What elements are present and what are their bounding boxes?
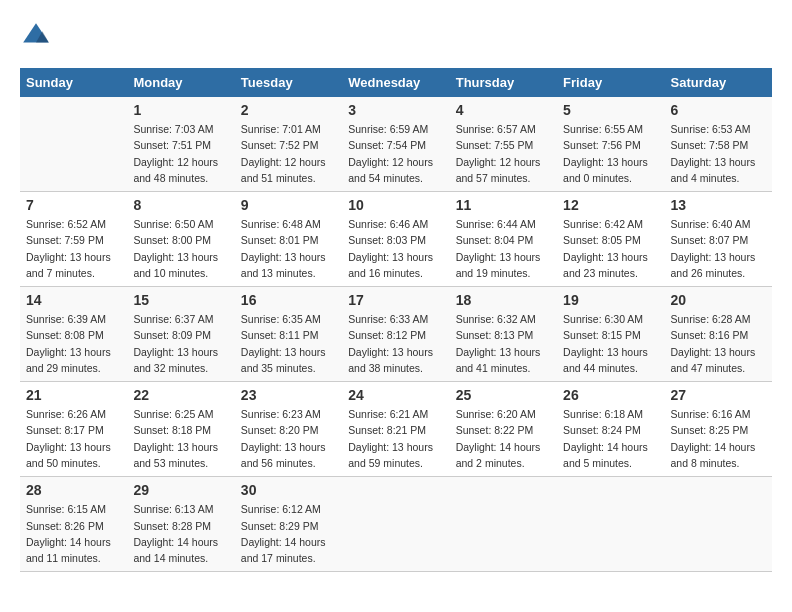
day-number: 3 (348, 102, 443, 118)
day-detail: Sunrise: 6:20 AMSunset: 8:22 PMDaylight:… (456, 406, 551, 471)
day-cell: 8 Sunrise: 6:50 AMSunset: 8:00 PMDayligh… (127, 192, 234, 287)
day-cell: 17 Sunrise: 6:33 AMSunset: 8:12 PMDaylig… (342, 287, 449, 382)
day-detail: Sunrise: 6:42 AMSunset: 8:05 PMDaylight:… (563, 216, 658, 281)
page-header (20, 20, 772, 52)
day-number: 6 (671, 102, 766, 118)
day-cell: 28 Sunrise: 6:15 AMSunset: 8:26 PMDaylig… (20, 477, 127, 572)
day-number: 28 (26, 482, 121, 498)
day-cell: 23 Sunrise: 6:23 AMSunset: 8:20 PMDaylig… (235, 382, 342, 477)
header-wednesday: Wednesday (342, 68, 449, 97)
calendar-table: SundayMondayTuesdayWednesdayThursdayFrid… (20, 68, 772, 572)
day-cell: 15 Sunrise: 6:37 AMSunset: 8:09 PMDaylig… (127, 287, 234, 382)
day-detail: Sunrise: 6:21 AMSunset: 8:21 PMDaylight:… (348, 406, 443, 471)
day-number: 12 (563, 197, 658, 213)
logo-icon (20, 20, 52, 52)
day-cell: 3 Sunrise: 6:59 AMSunset: 7:54 PMDayligh… (342, 97, 449, 192)
day-cell: 27 Sunrise: 6:16 AMSunset: 8:25 PMDaylig… (665, 382, 772, 477)
day-number: 13 (671, 197, 766, 213)
day-cell: 11 Sunrise: 6:44 AMSunset: 8:04 PMDaylig… (450, 192, 557, 287)
day-cell: 5 Sunrise: 6:55 AMSunset: 7:56 PMDayligh… (557, 97, 664, 192)
day-cell (342, 477, 449, 572)
header-tuesday: Tuesday (235, 68, 342, 97)
day-number: 8 (133, 197, 228, 213)
day-number: 2 (241, 102, 336, 118)
week-row-1: 1 Sunrise: 7:03 AMSunset: 7:51 PMDayligh… (20, 97, 772, 192)
day-cell: 9 Sunrise: 6:48 AMSunset: 8:01 PMDayligh… (235, 192, 342, 287)
day-detail: Sunrise: 6:53 AMSunset: 7:58 PMDaylight:… (671, 121, 766, 186)
day-number: 9 (241, 197, 336, 213)
day-detail: Sunrise: 6:33 AMSunset: 8:12 PMDaylight:… (348, 311, 443, 376)
day-cell (450, 477, 557, 572)
day-cell: 20 Sunrise: 6:28 AMSunset: 8:16 PMDaylig… (665, 287, 772, 382)
day-detail: Sunrise: 6:30 AMSunset: 8:15 PMDaylight:… (563, 311, 658, 376)
day-number: 30 (241, 482, 336, 498)
day-number: 25 (456, 387, 551, 403)
day-cell (20, 97, 127, 192)
day-detail: Sunrise: 6:50 AMSunset: 8:00 PMDaylight:… (133, 216, 228, 281)
day-number: 1 (133, 102, 228, 118)
header-monday: Monday (127, 68, 234, 97)
day-number: 11 (456, 197, 551, 213)
day-detail: Sunrise: 6:13 AMSunset: 8:28 PMDaylight:… (133, 501, 228, 566)
day-detail: Sunrise: 6:18 AMSunset: 8:24 PMDaylight:… (563, 406, 658, 471)
day-number: 10 (348, 197, 443, 213)
day-number: 7 (26, 197, 121, 213)
logo (20, 20, 56, 52)
day-detail: Sunrise: 6:59 AMSunset: 7:54 PMDaylight:… (348, 121, 443, 186)
day-cell: 6 Sunrise: 6:53 AMSunset: 7:58 PMDayligh… (665, 97, 772, 192)
day-cell: 12 Sunrise: 6:42 AMSunset: 8:05 PMDaylig… (557, 192, 664, 287)
day-cell: 18 Sunrise: 6:32 AMSunset: 8:13 PMDaylig… (450, 287, 557, 382)
day-cell: 16 Sunrise: 6:35 AMSunset: 8:11 PMDaylig… (235, 287, 342, 382)
day-cell: 10 Sunrise: 6:46 AMSunset: 8:03 PMDaylig… (342, 192, 449, 287)
day-detail: Sunrise: 7:01 AMSunset: 7:52 PMDaylight:… (241, 121, 336, 186)
day-number: 22 (133, 387, 228, 403)
day-detail: Sunrise: 6:16 AMSunset: 8:25 PMDaylight:… (671, 406, 766, 471)
header-thursday: Thursday (450, 68, 557, 97)
day-number: 24 (348, 387, 443, 403)
day-number: 15 (133, 292, 228, 308)
day-cell: 4 Sunrise: 6:57 AMSunset: 7:55 PMDayligh… (450, 97, 557, 192)
day-detail: Sunrise: 6:12 AMSunset: 8:29 PMDaylight:… (241, 501, 336, 566)
day-detail: Sunrise: 7:03 AMSunset: 7:51 PMDaylight:… (133, 121, 228, 186)
day-detail: Sunrise: 6:55 AMSunset: 7:56 PMDaylight:… (563, 121, 658, 186)
day-cell: 7 Sunrise: 6:52 AMSunset: 7:59 PMDayligh… (20, 192, 127, 287)
week-row-3: 14 Sunrise: 6:39 AMSunset: 8:08 PMDaylig… (20, 287, 772, 382)
header-friday: Friday (557, 68, 664, 97)
week-row-2: 7 Sunrise: 6:52 AMSunset: 7:59 PMDayligh… (20, 192, 772, 287)
day-cell: 1 Sunrise: 7:03 AMSunset: 7:51 PMDayligh… (127, 97, 234, 192)
day-cell: 13 Sunrise: 6:40 AMSunset: 8:07 PMDaylig… (665, 192, 772, 287)
day-number: 17 (348, 292, 443, 308)
day-number: 14 (26, 292, 121, 308)
header-saturday: Saturday (665, 68, 772, 97)
day-cell: 26 Sunrise: 6:18 AMSunset: 8:24 PMDaylig… (557, 382, 664, 477)
day-detail: Sunrise: 6:39 AMSunset: 8:08 PMDaylight:… (26, 311, 121, 376)
day-detail: Sunrise: 6:46 AMSunset: 8:03 PMDaylight:… (348, 216, 443, 281)
day-cell: 29 Sunrise: 6:13 AMSunset: 8:28 PMDaylig… (127, 477, 234, 572)
week-row-4: 21 Sunrise: 6:26 AMSunset: 8:17 PMDaylig… (20, 382, 772, 477)
day-number: 27 (671, 387, 766, 403)
day-number: 26 (563, 387, 658, 403)
day-detail: Sunrise: 6:25 AMSunset: 8:18 PMDaylight:… (133, 406, 228, 471)
day-detail: Sunrise: 6:44 AMSunset: 8:04 PMDaylight:… (456, 216, 551, 281)
day-detail: Sunrise: 6:48 AMSunset: 8:01 PMDaylight:… (241, 216, 336, 281)
day-cell: 22 Sunrise: 6:25 AMSunset: 8:18 PMDaylig… (127, 382, 234, 477)
day-cell (557, 477, 664, 572)
day-number: 16 (241, 292, 336, 308)
day-cell: 21 Sunrise: 6:26 AMSunset: 8:17 PMDaylig… (20, 382, 127, 477)
day-detail: Sunrise: 6:57 AMSunset: 7:55 PMDaylight:… (456, 121, 551, 186)
header-sunday: Sunday (20, 68, 127, 97)
day-detail: Sunrise: 6:52 AMSunset: 7:59 PMDaylight:… (26, 216, 121, 281)
day-cell: 25 Sunrise: 6:20 AMSunset: 8:22 PMDaylig… (450, 382, 557, 477)
header-row: SundayMondayTuesdayWednesdayThursdayFrid… (20, 68, 772, 97)
day-detail: Sunrise: 6:35 AMSunset: 8:11 PMDaylight:… (241, 311, 336, 376)
day-detail: Sunrise: 6:28 AMSunset: 8:16 PMDaylight:… (671, 311, 766, 376)
day-number: 23 (241, 387, 336, 403)
day-number: 29 (133, 482, 228, 498)
day-cell: 24 Sunrise: 6:21 AMSunset: 8:21 PMDaylig… (342, 382, 449, 477)
week-row-5: 28 Sunrise: 6:15 AMSunset: 8:26 PMDaylig… (20, 477, 772, 572)
day-detail: Sunrise: 6:37 AMSunset: 8:09 PMDaylight:… (133, 311, 228, 376)
day-number: 19 (563, 292, 658, 308)
day-detail: Sunrise: 6:32 AMSunset: 8:13 PMDaylight:… (456, 311, 551, 376)
day-number: 21 (26, 387, 121, 403)
day-number: 18 (456, 292, 551, 308)
